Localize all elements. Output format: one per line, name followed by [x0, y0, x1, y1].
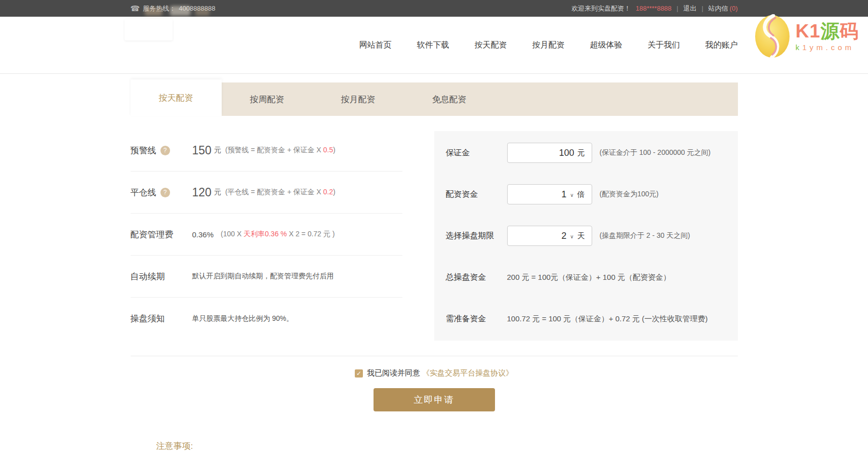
- agreement-text: 我已阅读并同意: [367, 368, 420, 378]
- warning-line-row: 预警线 ? 150 元 (预警线 = 配资资金 + 保证金 X 0.5): [131, 130, 402, 172]
- tab-weekly-peizi[interactable]: 按周配资: [222, 82, 313, 116]
- agreement-checkbox[interactable]: ✓: [355, 369, 363, 378]
- total-funds-label: 总操盘资金: [446, 272, 507, 283]
- leverage-label: 配资资金: [446, 189, 507, 200]
- unit-label: 天: [577, 231, 585, 241]
- divider: |: [701, 5, 703, 12]
- chevron-down-icon: ∨: [570, 192, 573, 198]
- management-fee-row: 配资管理费 0.36% (100 X 天利率0.36 % X 2 = 0.72 …: [131, 214, 402, 256]
- apply-button[interactable]: 立即申请: [374, 388, 495, 411]
- mailbox-link[interactable]: 站内信(0): [709, 4, 738, 13]
- deposit-hint: (保证金介于 100 - 2000000 元之间): [600, 148, 711, 157]
- nav-item-about-us[interactable]: 关于我们: [648, 40, 680, 51]
- mailbox-count-badge: (0): [730, 5, 738, 12]
- nav-item-my-account[interactable]: 我的账户: [706, 40, 738, 51]
- watermark-domain: k1ym.com: [796, 44, 859, 51]
- leverage-value: 1: [561, 189, 566, 200]
- leverage-hint: (配资资金为100元): [600, 190, 659, 199]
- nav-item-monthly-peizi[interactable]: 按月配资: [532, 40, 565, 51]
- nav-item-software-download[interactable]: 软件下载: [417, 40, 449, 51]
- warning-line-formula: (预警线 = 配资资金 + 保证金 X 0.5): [225, 146, 336, 155]
- main-nav: 网站首页 软件下载 按天配资 按月配资 超级体验 关于我们 我的账户: [359, 17, 738, 73]
- close-line-formula: (平仓线 = 配资资金 + 保证金 X 0.2): [225, 188, 336, 197]
- management-fee-label: 配资管理费: [131, 229, 174, 240]
- deposit-input-box: 元: [507, 143, 592, 163]
- chevron-down-icon: ∨: [570, 234, 573, 239]
- auto-renewal-row: 自动续期 默认开启到期自动续期，配资管理费先付后用: [131, 256, 402, 298]
- mailbox-label: 站内信: [709, 5, 728, 12]
- auto-renewal-text: 默认开启到期自动续期，配资管理费先付后用: [192, 272, 334, 281]
- deposit-label: 保证金: [446, 148, 507, 158]
- auto-renewal-label: 自动续期: [131, 271, 165, 282]
- k1ym-watermark-logo: K1源码 k1ym.com: [754, 14, 859, 59]
- unit-label: 倍: [577, 190, 585, 199]
- required-funds-row: 需准备资金 100.72 元 = 100 元（保证金）+ 0.72 元 (一次性…: [434, 298, 738, 340]
- nav-item-super-trial[interactable]: 超级体验: [590, 40, 623, 51]
- tab-interest-free-peizi[interactable]: 免息配资: [404, 82, 495, 116]
- watermark-title: K1源码: [796, 22, 859, 40]
- peizi-tab-bar: 按天配资 按周配资 按月配资 免息配资: [131, 82, 738, 116]
- peizi-form-panel: 保证金 元 (保证金介于 100 - 2000000 元之间) 配资资金 1 ∨…: [434, 131, 738, 341]
- trading-notice-label: 操盘须知: [131, 313, 165, 324]
- required-funds-label: 需准备资金: [446, 314, 507, 324]
- total-funds-row: 总操盘资金 200 元 = 100元（保证金）+ 100 元（配资资金）: [434, 257, 738, 298]
- agreement-row: ✓ 我已阅读并同意 《实盘交易平台操盘协议》: [131, 368, 738, 378]
- unit-label: 元: [577, 148, 585, 158]
- close-line-value: 120: [192, 186, 212, 199]
- phone-icon: ☎: [131, 5, 140, 12]
- help-icon[interactable]: ?: [160, 146, 170, 155]
- golden-egg-icon: [754, 14, 791, 59]
- deposit-input[interactable]: [529, 148, 574, 158]
- user-phone-masked: 188****8888: [636, 5, 672, 12]
- duration-select[interactable]: 2 ∨ 天: [507, 226, 592, 246]
- nav-item-home[interactable]: 网站首页: [359, 40, 392, 51]
- check-icon: ✓: [356, 370, 361, 376]
- trading-notice-row: 操盘须知 单只股票最大持仓比例为 90%。: [131, 298, 402, 340]
- trading-notice-text: 单只股票最大持仓比例为 90%。: [192, 314, 294, 323]
- leverage-select[interactable]: 1 ∨ 倍: [507, 184, 592, 204]
- deposit-row: 保证金 元 (保证金介于 100 - 2000000 元之间): [434, 132, 738, 174]
- warning-line-value: 150: [192, 144, 212, 157]
- logout-link[interactable]: 退出: [683, 4, 696, 13]
- required-funds-value: 100.72 元 = 100 元（保证金）+ 0.72 元 (一次性收取管理费): [507, 314, 708, 324]
- unit-label: 元: [214, 146, 221, 155]
- nav-item-daily-peizi[interactable]: 按天配资: [475, 40, 507, 51]
- logo-artifact: [145, 8, 162, 16]
- notice-title: 注意事项:: [156, 440, 738, 452]
- logo-artifact: [195, 8, 210, 16]
- duration-hint: (操盘期限介于 2 - 30 天之间): [600, 231, 690, 240]
- duration-row: 选择操盘期限 2 ∨ 天 (操盘期限介于 2 - 30 天之间): [434, 215, 738, 257]
- divider: |: [677, 5, 678, 12]
- unit-label: 元: [214, 188, 221, 197]
- management-fee-formula: (100 X 天利率0.36 % X 2 = 0.72 元 ): [221, 230, 335, 239]
- agreement-link[interactable]: 《实盘交易平台操盘协议》: [422, 368, 513, 378]
- peizi-info-panel: 预警线 ? 150 元 (预警线 = 配资资金 + 保证金 X 0.5) 平仓线…: [131, 130, 402, 341]
- logo-artifact: [170, 6, 190, 16]
- close-line-label: 平仓线: [131, 187, 156, 198]
- topbar: ☎ 服务热线： 4008888888 欢迎来到实盘配资！ 188****8888…: [0, 0, 868, 17]
- management-fee-value: 0.36%: [192, 230, 214, 239]
- duration-value: 2: [561, 231, 566, 241]
- site-header: 网站首页 软件下载 按天配资 按月配资 超级体验 关于我们 我的账户: [0, 17, 868, 74]
- total-funds-value: 200 元 = 100元（保证金）+ 100 元（配资资金）: [507, 273, 671, 282]
- warning-line-label: 预警线: [131, 145, 156, 156]
- welcome-text: 欢迎来到实盘配资！: [571, 4, 631, 13]
- site-logo-placeholder: [125, 19, 173, 40]
- duration-label: 选择操盘期限: [446, 231, 507, 241]
- section-divider: [131, 356, 738, 356]
- tab-monthly-peizi[interactable]: 按月配资: [313, 82, 404, 116]
- tab-daily-peizi[interactable]: 按天配资: [131, 79, 222, 116]
- close-line-row: 平仓线 ? 120 元 (平仓线 = 配资资金 + 保证金 X 0.2): [131, 172, 402, 214]
- leverage-row: 配资资金 1 ∨ 倍 (配资资金为100元): [434, 174, 738, 215]
- help-icon[interactable]: ?: [160, 188, 170, 197]
